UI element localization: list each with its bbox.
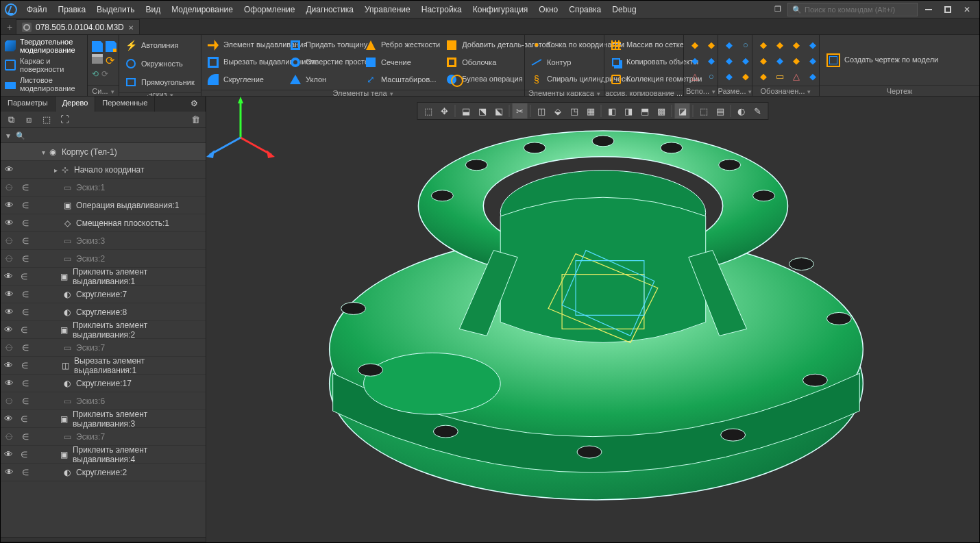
dim-icon[interactable] (722, 38, 736, 51)
tab-tree[interactable]: Дерево (56, 97, 96, 112)
vt-icon[interactable]: ⬓ (458, 103, 474, 118)
restore-panel-icon[interactable] (770, 3, 786, 16)
cmd-add-part[interactable]: Добавить деталь-заготов... (444, 38, 526, 53)
new-tab-button[interactable]: + (3, 21, 16, 34)
tree-tool-icon[interactable]: ⬚ (40, 114, 53, 126)
menu-item[interactable]: Файл (21, 3, 53, 16)
aux-icon[interactable] (688, 53, 702, 67)
visibility-icon[interactable]: ⦵ (1, 236, 17, 247)
tree-tool-icon[interactable]: ⛶ (58, 114, 71, 126)
tree-item[interactable]: 👁∈◐Скругление:17 (1, 375, 206, 392)
vt-icon[interactable]: ▤ (713, 103, 728, 118)
orientation-gizmo[interactable] (206, 97, 275, 165)
vt-icon[interactable]: ✎ (750, 103, 765, 118)
tab-close-icon[interactable] (128, 23, 134, 32)
tree-tool-icon[interactable]: ⧈ (23, 114, 35, 126)
tree-item[interactable]: ⦵∈▭Эскиз:6 (1, 392, 206, 410)
tree-item[interactable]: ⦵∈▭Эскиз:7 (1, 339, 206, 357)
tree-origin[interactable]: 👁 ⊹ Начало координат (1, 161, 206, 179)
mark-icon[interactable] (773, 38, 787, 51)
document-tab[interactable]: 078.505.0.0104.00.M3D (16, 19, 140, 34)
visibility-icon[interactable]: 👁 (1, 325, 16, 335)
visibility-icon[interactable]: ⦵ (1, 431, 17, 442)
visibility-icon[interactable]: ⦵ (1, 342, 17, 353)
tree-item[interactable]: 👁∈▣Операция выдавливания:1 (1, 197, 206, 214)
command-search-input[interactable] (805, 5, 913, 14)
vt-icon[interactable]: ◨ (621, 103, 636, 118)
include-icon[interactable]: ∈ (16, 450, 32, 459)
tree-item[interactable]: 👁∈◐Скругление:8 (1, 303, 206, 321)
vt-icon[interactable]: ◪ (675, 103, 690, 118)
vt-icon[interactable]: ⬚ (696, 103, 711, 118)
vt-icon[interactable]: ✥ (437, 103, 452, 118)
menu-item[interactable]: Настройка (416, 3, 467, 16)
visibility-icon[interactable]: 👁 (1, 307, 17, 317)
include-icon[interactable]: ∈ (17, 343, 34, 353)
cmd-autoline[interactable]: Автолиния (123, 38, 196, 53)
tree-item[interactable]: 👁∈◫Вырезать элемент выдавливания:1 (1, 357, 206, 375)
menu-item[interactable]: Выделить (91, 3, 140, 16)
visibility-icon[interactable]: 👁 (1, 378, 17, 388)
cmd-draft[interactable]: Уклон (288, 72, 360, 87)
panel-settings-icon[interactable] (184, 97, 206, 112)
dim-icon[interactable] (739, 38, 752, 51)
mark-icon[interactable] (773, 53, 787, 67)
panel-resizer[interactable] (1, 537, 206, 542)
minimize-button[interactable] (920, 3, 937, 16)
command-search[interactable] (787, 3, 918, 16)
vt-icon[interactable]: ◐ (734, 103, 749, 118)
visibility-icon[interactable]: ⦵ (1, 396, 17, 407)
menu-item[interactable]: Окно (533, 3, 563, 16)
tree-item[interactable]: ⦵∈▭Эскиз:3 (1, 232, 206, 250)
mark-icon[interactable] (806, 69, 820, 83)
dim-icon[interactable] (739, 53, 752, 67)
include-icon[interactable]: ∈ (16, 361, 32, 370)
visibility-icon[interactable]: 👁 (1, 200, 17, 210)
aux-icon[interactable] (705, 53, 718, 67)
aux-icon[interactable] (688, 38, 702, 51)
viewport-3d[interactable]: ⬚ ✥ ⬓ ⬔ ⬕ ✂ ◫ ⬙ ◳ ▦ ◧ ◨ ⬒ ▩ ◪ (206, 97, 979, 542)
tree-item[interactable]: 👁∈▣Приклеить элемент выдавливания:3 (1, 410, 206, 428)
dim-icon[interactable] (739, 69, 752, 83)
tree-item[interactable]: ⦵∈▭Эскиз:1 (1, 179, 206, 197)
visibility-icon[interactable]: 👁 (1, 271, 16, 281)
mode-solid[interactable]: Твердотельное моделирование (1, 36, 87, 55)
visibility-icon[interactable]: 👁 (1, 414, 16, 424)
mark-icon[interactable] (789, 53, 803, 67)
include-icon[interactable]: ∈ (17, 290, 34, 299)
include-icon[interactable]: ∈ (17, 201, 34, 210)
vt-icon[interactable]: ◧ (604, 103, 620, 118)
vt-icon[interactable]: ⬔ (475, 103, 490, 118)
cmd-create-drawing[interactable]: Создать чертеж по модели (824, 38, 941, 82)
vt-icon[interactable]: ◫ (534, 103, 549, 118)
tree-item[interactable]: 👁∈◐Скругление:2 (1, 464, 206, 481)
expand-icon[interactable] (54, 165, 59, 175)
tree-root[interactable]: ◉ Корпус (Тел-1) (1, 143, 206, 161)
tab-variables[interactable]: Переменные (95, 97, 155, 112)
mark-icon[interactable] (789, 69, 803, 83)
mark-icon[interactable] (806, 38, 820, 51)
search-icon[interactable] (16, 131, 25, 140)
include-icon[interactable]: ∈ (17, 396, 34, 406)
vt-icon[interactable]: ✂ (513, 103, 528, 118)
vt-icon[interactable]: ⬚ (421, 103, 436, 118)
mark-icon[interactable] (757, 53, 770, 67)
include-icon[interactable]: ∈ (17, 254, 34, 264)
mark-icon[interactable] (773, 69, 787, 83)
dim-icon[interactable] (722, 53, 736, 67)
cmd-circle[interactable]: Окружность (123, 56, 196, 71)
include-icon[interactable]: ∈ (16, 325, 32, 335)
tree-item[interactable]: ⦵∈▭Эскиз:2 (1, 250, 206, 268)
mark-icon[interactable] (806, 53, 820, 67)
include-icon[interactable]: ∈ (17, 183, 34, 192)
close-button[interactable] (959, 3, 975, 16)
print-icon[interactable] (92, 54, 103, 64)
menu-item[interactable]: Управление (359, 3, 416, 16)
cmd-section[interactable]: Сечение (363, 55, 441, 70)
cmd-hole[interactable]: Отверстие простое (288, 55, 360, 70)
aux-icon[interactable] (688, 69, 702, 83)
menu-item[interactable]: Оформление (238, 3, 300, 16)
visibility-icon[interactable]: ⦵ (1, 182, 17, 193)
mode-wireframe[interactable]: Каркас и поверхности (1, 55, 87, 75)
mark-icon[interactable] (757, 69, 770, 83)
